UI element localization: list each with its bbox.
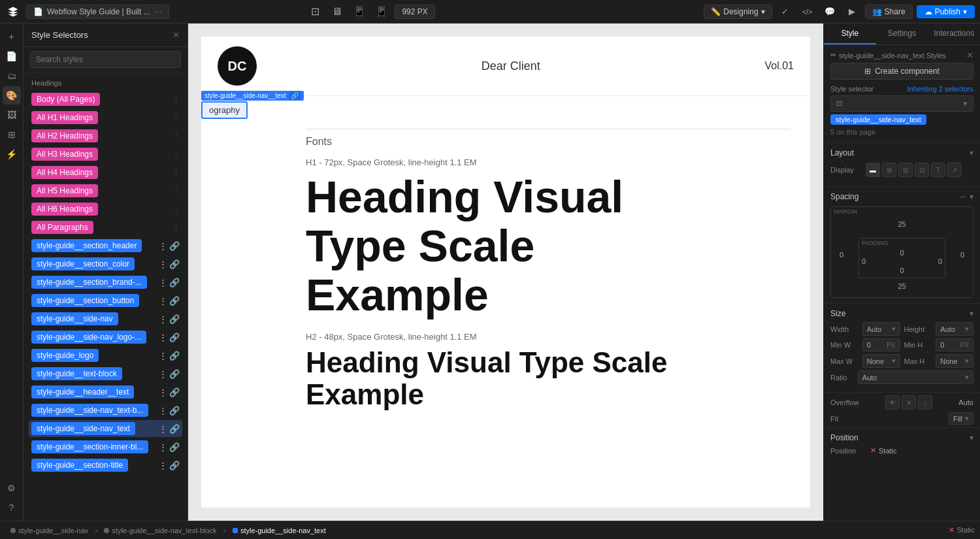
- position-collapse-icon[interactable]: ▾: [970, 433, 973, 442]
- style-tag-h6[interactable]: All H6 Headings: [31, 203, 98, 216]
- style-tag-s1[interactable]: style-guide__section_header: [31, 239, 142, 252]
- search-input[interactable]: [30, 51, 181, 68]
- style-tag-h5[interactable]: All H5 Headings: [31, 184, 98, 197]
- style-item-s11-selected[interactable]: style-guide__side-nav_text ⋮🔗: [29, 420, 182, 437]
- style-tag-s4[interactable]: style-guide__section_button: [31, 294, 139, 307]
- min-h-input[interactable]: 0 PX: [936, 338, 973, 351]
- publish-button[interactable]: ☁ Publish ▾: [917, 5, 975, 18]
- padding-top-value[interactable]: 0: [900, 249, 904, 257]
- close-panel-icon[interactable]: ✕: [172, 30, 180, 40]
- style-item-h5[interactable]: All H5 Headings ⋮: [29, 182, 182, 199]
- selector-dropdown[interactable]: ⊡ ▾: [830, 95, 973, 112]
- style-item-s10[interactable]: style-guide__side-nav_text-b... ⋮🔗: [29, 402, 182, 419]
- flex-display-btn[interactable]: ⊞: [882, 163, 896, 177]
- tab-interactions[interactable]: Interactions: [928, 24, 980, 44]
- style-item-s1[interactable]: style-guide__section_header ⋮🔗: [29, 237, 182, 254]
- canvas[interactable]: DC Dear Client Vol.01 style-guide__side-…: [188, 24, 823, 521]
- create-component-button[interactable]: ⊞ Create component: [830, 63, 973, 80]
- padding-right-value[interactable]: 0: [938, 257, 942, 265]
- overflow-hidden-btn[interactable]: ✕: [902, 395, 916, 410]
- style-item-h4[interactable]: All H4 Headings ⋮: [29, 164, 182, 181]
- style-item-h2[interactable]: All H2 Headings ⋮: [29, 127, 182, 144]
- assets-button[interactable]: 🖼: [3, 106, 21, 124]
- check-icon[interactable]: ✓: [776, 3, 794, 21]
- style-item-s8[interactable]: style-guide__text-block ⋮🔗: [29, 365, 182, 382]
- style-item-s4[interactable]: style-guide__section_button ⋮🔗: [29, 292, 182, 309]
- spacing-collapse-icon[interactable]: ▾: [970, 192, 973, 201]
- style-item-h6[interactable]: All H6 Headings ⋮: [29, 201, 182, 218]
- style-item-s12[interactable]: style-guide__section-inner-bl... ⋮🔗: [29, 438, 182, 455]
- tab-style[interactable]: Style: [824, 24, 876, 44]
- more-display-btn[interactable]: ↗: [947, 163, 962, 177]
- margin-left-value[interactable]: 0: [835, 250, 848, 260]
- tab-settings[interactable]: Settings: [876, 24, 928, 44]
- share-button[interactable]: 👥 Share: [865, 5, 913, 19]
- styles-button[interactable]: 🎨: [3, 86, 21, 105]
- selected-selector-badge[interactable]: style-guide__side-nav_text: [830, 114, 926, 125]
- overflow-visible-btn[interactable]: 👁: [885, 395, 900, 410]
- collapse-icon[interactable]: ▾: [970, 148, 973, 157]
- style-tag-h1[interactable]: All H1 Headings: [31, 111, 98, 124]
- style-tag-s12[interactable]: style-guide__section-inner-bl...: [31, 440, 148, 453]
- max-w-input[interactable]: None ▾: [862, 354, 900, 368]
- style-item-s3[interactable]: style-guide__section_brand-... ⋮🔗: [29, 274, 182, 291]
- style-tag-s2[interactable]: style-guide__section_color: [31, 257, 135, 270]
- pages-button[interactable]: 📄: [3, 47, 21, 65]
- link-icon[interactable]: 🔗: [289, 91, 301, 100]
- style-item-s7[interactable]: style-guide_logo ⋮🔗: [29, 347, 182, 364]
- ratio-input[interactable]: Auto ▾: [858, 370, 973, 384]
- close-icon[interactable]: ✕: [966, 50, 973, 60]
- style-tag-h3[interactable]: All H3 Headings: [31, 148, 98, 161]
- breadcrumb-nav-text[interactable]: style-guide__side-nav_text: [227, 525, 331, 536]
- style-item-s6[interactable]: style-guide__side-nav_logo-... ⋮🔗: [29, 329, 182, 346]
- style-item-body[interactable]: Body (All Pages) ⋮: [29, 91, 182, 108]
- style-tag-h2[interactable]: All H2 Headings: [31, 129, 98, 142]
- text-display-btn[interactable]: T: [931, 163, 945, 177]
- add-element-button[interactable]: +: [3, 27, 21, 46]
- fit-select[interactable]: Fill ▾: [949, 412, 973, 425]
- app-logo[interactable]: [5, 4, 21, 20]
- breadcrumb-side-nav[interactable]: style-guide__side-nav: [5, 525, 93, 536]
- logic-button[interactable]: ⚡: [3, 145, 21, 163]
- style-tag-s11[interactable]: style-guide__side-nav_text: [31, 422, 135, 435]
- padding-bottom-value[interactable]: 0: [900, 267, 904, 274]
- style-item-s13[interactable]: style-guide__section-title ⋮🔗: [29, 457, 182, 474]
- canvas-resize-icon[interactable]: ⊡: [306, 3, 324, 21]
- block-display-btn[interactable]: ▬: [866, 163, 880, 177]
- tablet-view-icon[interactable]: 📱: [350, 3, 368, 21]
- overflow-scroll-btn[interactable]: ↕: [918, 395, 932, 410]
- style-tag-s7[interactable]: style-guide_logo: [31, 349, 99, 362]
- style-item-s2[interactable]: style-guide__section_color ⋮🔗: [29, 255, 182, 272]
- style-item-h3[interactable]: All H3 Headings ⋮: [29, 146, 182, 163]
- style-tag-s5[interactable]: style-guide__side-nav: [31, 312, 118, 325]
- style-item-s5[interactable]: style-guide__side-nav ⋮🔗: [29, 310, 182, 327]
- max-h-input[interactable]: None ▾: [936, 354, 973, 368]
- mobile-view-icon[interactable]: 📱: [372, 3, 391, 21]
- style-tag-s3[interactable]: style-guide__section_brand-...: [31, 276, 147, 289]
- style-tag-body[interactable]: Body (All Pages): [31, 93, 100, 106]
- style-item-s9[interactable]: style-guide__header__text ⋮🔗: [29, 384, 182, 400]
- comment-icon[interactable]: 💬: [821, 3, 839, 21]
- style-tag-s10[interactable]: style-guide__side-nav_text-b...: [31, 404, 148, 417]
- style-tag-s6[interactable]: style-guide__side-nav_logo-...: [31, 331, 146, 344]
- cms-button[interactable]: 🗂: [3, 67, 21, 85]
- style-tag-h4[interactable]: All H4 Headings: [31, 166, 98, 179]
- style-item-p[interactable]: All Paragraphs ⋮: [29, 219, 182, 236]
- designing-mode-button[interactable]: ✏️ Designing ▾: [704, 5, 772, 19]
- spacing-more-icon[interactable]: ↔: [959, 192, 967, 201]
- none-display-btn[interactable]: ⊡: [915, 163, 929, 177]
- style-tag-p[interactable]: All Paragraphs: [31, 221, 93, 234]
- padding-left-value[interactable]: 0: [862, 257, 866, 265]
- desktop-view-icon[interactable]: 🖥: [328, 3, 346, 21]
- settings-button[interactable]: ⚙: [3, 479, 21, 497]
- document-tab[interactable]: 📄 Webflow Style Guide | Built ... ⋯: [26, 5, 169, 19]
- style-tag-s9[interactable]: style-guide__header__text: [31, 385, 134, 399]
- size-collapse-icon[interactable]: ▾: [970, 309, 973, 318]
- style-tag-s8[interactable]: style-guide__text-block: [31, 367, 122, 380]
- style-item-h1[interactable]: All H1 Headings ⋮: [29, 109, 182, 126]
- margin-right-value[interactable]: 0: [956, 250, 969, 260]
- play-icon[interactable]: ▶: [843, 3, 861, 21]
- margin-top-value[interactable]: 25: [898, 220, 906, 228]
- margin-bottom-value[interactable]: 25: [898, 282, 906, 290]
- height-input[interactable]: Auto ▾: [936, 322, 973, 336]
